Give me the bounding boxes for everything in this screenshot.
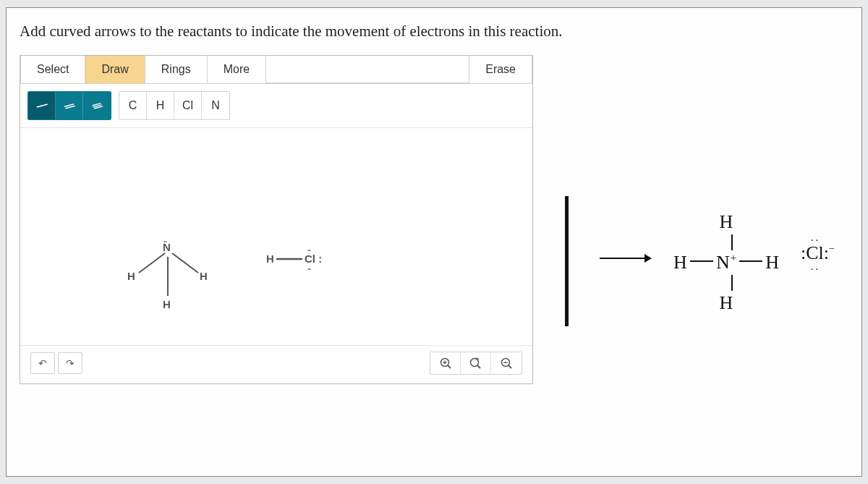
chloride-bot-dots: .. [811,261,820,273]
zoom-in-icon [439,357,452,370]
zoom-reset-icon [469,357,483,370]
hcl-cl-top-dots: .. [307,244,310,252]
double-bond-icon: // [61,101,77,112]
question-text: Add curved arrows to the reactants to in… [20,21,848,42]
draw-mode-button[interactable]: Draw [85,56,145,83]
bond-group: / // /// [27,91,111,120]
carbon-atom-button[interactable]: C [119,92,147,119]
chloride-charge: − [829,243,835,254]
horizontal-bond-icon-2 [739,260,762,262]
single-bond-button[interactable]: / [28,92,56,119]
erase-mode-button[interactable]: Erase [469,56,532,83]
ammonium-h-bottom: H [720,294,733,313]
chloride-product: .. :Cl:− .. [801,242,835,264]
chloride-top-dots: .. [811,232,820,244]
select-mode-button[interactable]: Select [20,56,85,83]
ammonium-h-top: H [720,213,733,232]
zoom-in-button[interactable] [430,352,461,374]
nh3-bonds [122,237,216,309]
undo-icon: ↶ [38,357,47,370]
svg-line-9 [477,365,480,368]
vertical-bond-icon [720,234,733,250]
svg-line-1 [172,253,198,273]
product-area: H H N+ H H .. :Cl:− .. [556,196,860,341]
page-container: Add curved arrows to the reactants to in… [6,7,862,477]
drawing-canvas[interactable]: .. N H H H H .. Cl : .. [20,128,532,345]
horizontal-bond-icon [690,260,713,262]
mode-toolbar: Select Draw Rings More Erase [20,56,532,84]
redo-button[interactable]: ↷ [58,352,82,374]
reaction-arrow [600,251,652,266]
single-bond-icon: / [33,100,50,111]
undo-button[interactable]: ↶ [30,352,55,374]
hcl-h: H [266,252,274,265]
double-bond-button[interactable]: // [56,92,83,119]
zoom-out-icon [500,357,513,370]
chlorine-atom-button[interactable]: Cl [174,92,202,119]
svg-line-0 [139,253,165,273]
nitrogen-atom-button[interactable]: N [202,92,229,119]
ammonium-charge: + [731,252,736,263]
panel-divider [565,196,569,326]
hydrogen-atom-button[interactable]: H [147,92,174,119]
ammonium-product: H H N+ H H [665,212,788,313]
svg-line-5 [448,365,451,368]
redo-icon: ↷ [66,357,75,370]
editor-footer: ↶ ↷ [20,345,532,383]
ammonium-h-right: H [765,253,779,272]
ammonium-n: N [716,253,730,272]
hcl-cl-bot-dots: .. [307,263,310,271]
tool-toolbar: / // /// C H Cl N [20,84,532,128]
history-group: ↶ ↷ [30,352,82,374]
atom-group: C H Cl N [119,91,230,120]
toolbar-spacer [266,56,469,83]
more-mode-button[interactable]: More [208,56,266,83]
chloride-right-dots: : [824,242,829,263]
rings-mode-button[interactable]: Rings [145,56,208,83]
hcl-bond [276,258,305,260]
zoom-out-button[interactable] [491,352,522,374]
vertical-bond-icon-2 [720,275,733,291]
structure-editor: Select Draw Rings More Erase / // /// C [20,55,533,384]
triple-bond-button[interactable]: /// [83,92,111,119]
chloride-label: Cl [806,242,824,263]
zoom-reset-button[interactable] [461,352,491,374]
triple-bond-icon: /// [90,101,103,111]
svg-line-11 [509,365,511,368]
zoom-group [430,352,522,375]
svg-marker-14 [644,254,652,263]
svg-point-8 [470,359,478,367]
ammonium-h-left: H [673,253,687,272]
